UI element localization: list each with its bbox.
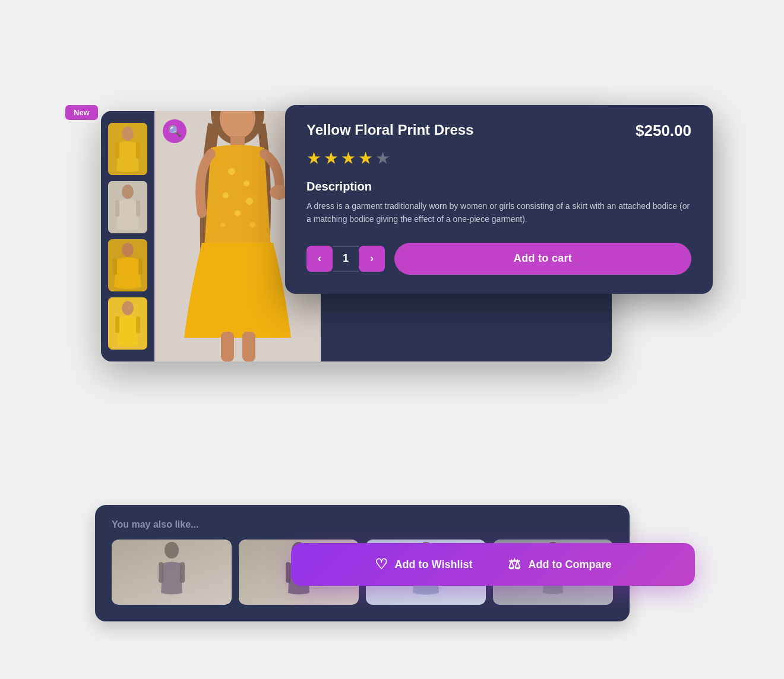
quantity-control: ‹ 1 › — [306, 246, 385, 272]
compare-label: Add to Compare — [528, 559, 611, 571]
svg-rect-1 — [159, 562, 163, 583]
svg-point-21 — [122, 243, 134, 257]
product-title: Yellow Floral Print Dress — [306, 122, 473, 138]
also-like-title: You may also like... — [112, 519, 613, 530]
star-3: ★ — [341, 148, 356, 168]
thumbnail-3[interactable] — [108, 239, 147, 291]
product-header: Yellow Floral Print Dress $250.00 — [306, 122, 691, 140]
new-badge: New — [65, 105, 98, 120]
star-2: ★ — [324, 148, 339, 168]
svg-point-37 — [220, 223, 225, 227]
rating-stars: ★ ★ ★ ★ ★ — [306, 148, 691, 168]
zoom-icon: 🔍 — [168, 125, 181, 138]
svg-point-25 — [122, 301, 134, 315]
add-to-cart-row: ‹ 1 › Add to cart — [306, 243, 691, 275]
star-5: ★ — [375, 148, 390, 168]
svg-rect-41 — [242, 332, 255, 361]
quantity-value: 1 — [333, 246, 359, 272]
svg-point-32 — [228, 168, 235, 175]
svg-rect-4 — [286, 562, 290, 583]
thumbnail-1[interactable] — [108, 123, 147, 175]
svg-rect-19 — [136, 200, 140, 217]
add-to-cart-button[interactable]: Add to cart — [394, 243, 691, 275]
detail-overlay-card: Yellow Floral Print Dress $250.00 ★ ★ ★ … — [285, 105, 713, 294]
svg-rect-14 — [115, 142, 119, 158]
svg-point-34 — [223, 192, 229, 198]
add-to-compare-button[interactable]: ⚖ Add to Compare — [508, 556, 611, 573]
description-text: A dress is a garment traditionally worn … — [306, 199, 691, 226]
wishlist-compare-panel: ♡ Add to Wishlist ⚖ Add to Compare — [291, 543, 695, 586]
svg-point-0 — [165, 542, 179, 559]
svg-rect-18 — [115, 200, 119, 217]
heart-icon: ♡ — [375, 556, 388, 573]
thumbnail-list — [101, 111, 154, 361]
wishlist-label: Add to Wishlist — [395, 559, 473, 571]
svg-rect-2 — [180, 562, 185, 583]
scale-icon: ⚖ — [508, 556, 521, 573]
svg-point-33 — [244, 180, 249, 186]
svg-rect-40 — [221, 332, 234, 361]
add-to-wishlist-button[interactable]: ♡ Add to Wishlist — [375, 556, 473, 573]
svg-point-35 — [246, 198, 253, 205]
svg-point-17 — [122, 185, 134, 199]
star-1: ★ — [306, 148, 321, 168]
zoom-button[interactable]: 🔍 — [163, 119, 186, 143]
star-4: ★ — [358, 148, 373, 168]
quantity-decrease-button[interactable]: ‹ — [306, 246, 333, 272]
svg-rect-15 — [136, 142, 140, 158]
thumbnail-4[interactable] — [108, 297, 147, 350]
svg-rect-22 — [113, 258, 117, 275]
svg-point-38 — [249, 222, 255, 228]
description-heading: Description — [306, 180, 691, 193]
svg-point-36 — [235, 210, 241, 216]
also-like-item-1[interactable] — [112, 540, 232, 605]
thumbnail-2[interactable] — [108, 181, 147, 233]
svg-rect-23 — [138, 258, 143, 275]
svg-point-13 — [122, 126, 134, 141]
svg-rect-27 — [136, 316, 140, 333]
product-price: $250.00 — [636, 122, 691, 140]
svg-rect-26 — [115, 316, 119, 333]
quantity-increase-button[interactable]: › — [359, 246, 385, 272]
